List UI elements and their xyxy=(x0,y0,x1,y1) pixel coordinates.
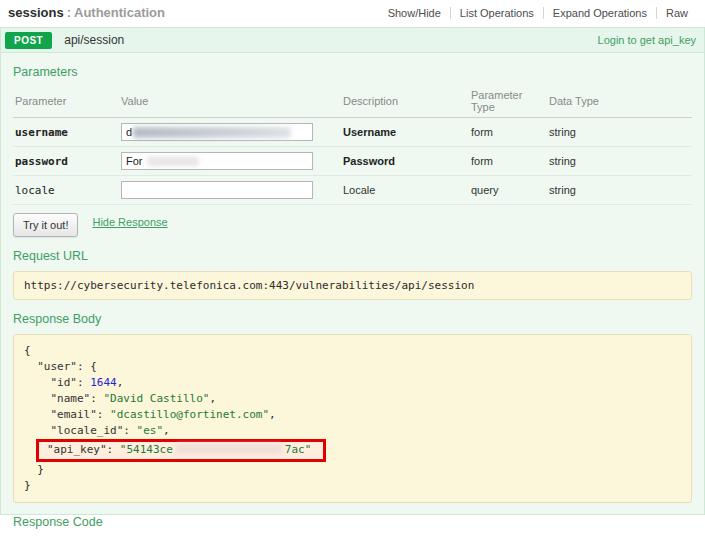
code-line: "user": { xyxy=(24,359,681,375)
code-line: "name": "David Castillo", xyxy=(24,391,681,407)
parameters-heading: Parameters xyxy=(13,65,694,79)
title-separator: : xyxy=(67,5,71,20)
request-url-value: https://cybersecurity.telefonica.com:443… xyxy=(13,271,692,300)
try-it-out-button[interactable]: Try it out! xyxy=(13,213,78,237)
param-description: Locale xyxy=(343,184,471,196)
http-method-badge: POST xyxy=(5,32,52,49)
endpoint-header[interactable]: POST api/session Login to get api_key xyxy=(0,27,705,53)
login-api-key-link[interactable]: Login to get api_key xyxy=(598,34,696,46)
param-value-cell xyxy=(121,181,343,199)
endpoint-path[interactable]: api/session xyxy=(64,33,124,47)
resource-name: sessions xyxy=(8,5,64,20)
parameters-table-header: Parameter Value Description Parameter Ty… xyxy=(13,87,692,118)
response-code-heading: Response Code xyxy=(13,515,694,529)
code-line: "id": 1644, xyxy=(24,375,681,391)
code-line: } xyxy=(24,478,681,494)
endpoint-left: POST api/session xyxy=(5,32,124,49)
redacted-api-key-segment xyxy=(176,444,282,454)
code-line: { xyxy=(24,343,681,359)
show-hide-link[interactable]: Show/Hide xyxy=(379,7,450,19)
param-data-type: string xyxy=(549,155,692,167)
actions-row: Try it out! Hide Response xyxy=(13,213,694,237)
param-type: form xyxy=(471,126,549,138)
locale-input[interactable] xyxy=(121,181,313,199)
request-url-heading: Request URL xyxy=(13,249,694,263)
col-parameter-type: Parameter Type xyxy=(471,89,549,113)
param-row-username: username Username form string xyxy=(13,118,692,147)
col-data-type: Data Type xyxy=(549,95,692,107)
param-row-locale: locale Locale query string xyxy=(13,176,692,205)
param-type: query xyxy=(471,184,549,196)
code-line: } xyxy=(24,462,681,478)
operation-content: Parameters Parameter Value Description P… xyxy=(0,53,705,515)
param-value-cell xyxy=(121,123,343,141)
swagger-page: { "page": { "title_main": "sessions", "t… xyxy=(0,0,705,536)
param-name: password xyxy=(15,155,121,168)
parameters-table: Parameter Value Description Parameter Ty… xyxy=(13,87,692,205)
expand-operations-link[interactable]: Expand Operations xyxy=(543,7,656,19)
resource-header: sessions:Authentication Show/Hide List O… xyxy=(0,0,705,20)
param-data-type: string xyxy=(549,126,692,138)
list-operations-link[interactable]: List Operations xyxy=(450,7,543,19)
param-value-cell xyxy=(121,152,343,170)
param-name: locale xyxy=(15,184,121,197)
col-parameter: Parameter xyxy=(15,95,121,107)
password-input[interactable] xyxy=(121,152,313,170)
param-name: username xyxy=(15,126,121,139)
code-line: "email": "dcastillo@fortinet.com", xyxy=(24,407,681,423)
param-type: form xyxy=(471,155,549,167)
param-data-type: string xyxy=(549,184,692,196)
password-input-wrap xyxy=(121,152,313,170)
code-line: "locale_id": "es", xyxy=(24,423,681,439)
username-input-wrap xyxy=(121,123,313,141)
resource-description: Authentication xyxy=(74,5,165,20)
col-description: Description xyxy=(343,95,471,107)
param-description: Username xyxy=(343,126,471,138)
resource-actions: Show/Hide List Operations Expand Operati… xyxy=(379,7,697,19)
api-key-highlighted-line: "api_key": "54143ce7ac" xyxy=(36,439,326,462)
hide-response-link[interactable]: Hide Response xyxy=(92,216,167,228)
response-body-heading: Response Body xyxy=(13,312,694,326)
param-row-password: password Password form string xyxy=(13,147,692,176)
response-body-value: { "user": { "id": 1644, "name": "David C… xyxy=(13,334,692,503)
page-title: sessions:Authentication xyxy=(8,5,165,20)
param-description: Password xyxy=(343,155,471,167)
raw-link[interactable]: Raw xyxy=(656,7,697,19)
username-input[interactable] xyxy=(121,123,313,141)
locale-input-wrap xyxy=(121,181,313,199)
col-value: Value xyxy=(121,95,343,107)
